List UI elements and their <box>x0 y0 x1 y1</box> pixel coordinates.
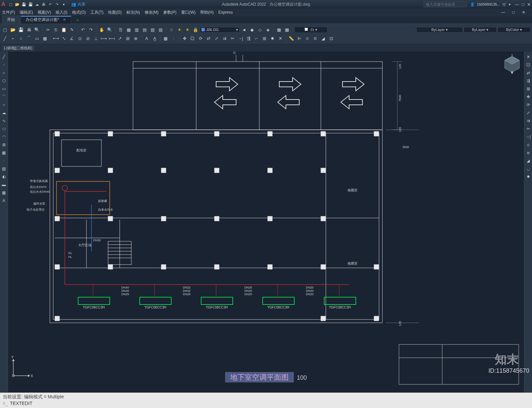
lt-insert-icon[interactable]: ⊞ <box>1 141 7 148</box>
rb-layer-match-icon[interactable]: ◇ <box>256 26 264 33</box>
qat-open-icon[interactable]: 📂 <box>15 2 20 7</box>
menu-dimension[interactable]: 标注(N) <box>126 10 140 15</box>
rb-qcalc-icon[interactable]: ▨ <box>157 26 164 33</box>
rt-rotate-icon[interactable]: ⟳ <box>525 102 532 108</box>
view-cube[interactable]: N <box>502 54 522 74</box>
close-button[interactable]: ✕ <box>527 2 531 7</box>
rb-point-icon[interactable]: · <box>170 35 177 42</box>
drawing-title-text[interactable]: 地下室空调平面图 <box>225 372 294 382</box>
rt-move-icon[interactable]: ✥ <box>525 94 532 100</box>
tab-add[interactable]: + <box>72 17 83 24</box>
menu-draw[interactable]: 绘图(D) <box>108 10 122 15</box>
rb-sheet-icon[interactable]: ▤ <box>141 26 148 33</box>
rb-pline-icon[interactable]: ⌐ <box>9 35 17 42</box>
menu-insert[interactable]: 插入(I) <box>56 10 67 15</box>
rt-offset-icon[interactable]: ⇶ <box>525 78 532 84</box>
user-area[interactable]: 👤 1505999135... 🛒 ▾ <box>470 2 511 7</box>
rb-copy-icon[interactable]: ⎘ <box>52 26 60 33</box>
rt-extend-icon[interactable]: →| <box>525 133 532 140</box>
rb-rotate-icon[interactable]: ⟳ <box>197 35 204 42</box>
drawing-viewport[interactable]: 配电室 储藏室 储藏室 大厅区域 管道式换热器 高位水DN70 低位水水DN40… <box>8 52 524 392</box>
rb-offset-icon[interactable]: ⇶ <box>245 35 252 42</box>
rb-mtext-icon[interactable]: A̲ <box>151 35 158 42</box>
minimize-button[interactable]: — <box>515 2 519 7</box>
qat-cloud-icon[interactable]: ☁ <box>35 2 40 7</box>
color-dropdown[interactable]: 白 ▾ <box>294 27 328 33</box>
qat-dropdown-icon[interactable]: ▾ <box>61 2 66 7</box>
qat-save-icon[interactable]: 💾 <box>21 2 27 7</box>
rb-scale-icon[interactable]: ⤢ <box>213 35 220 42</box>
rb-trim-icon[interactable]: ✂ <box>229 35 236 42</box>
rb-layer-prev-icon[interactable]: ◄ <box>240 26 248 33</box>
rb-rect-icon[interactable]: ▭ <box>33 35 41 42</box>
rb-layer-props-icon[interactable]: ☆ <box>168 26 175 33</box>
lineweight-dropdown[interactable]: ByLayer ▾ <box>416 27 463 33</box>
lt-ellipsearc-icon[interactable]: ◠ <box>1 133 7 140</box>
lt-block-icon[interactable]: ▦ <box>1 149 7 156</box>
search-input[interactable] <box>424 1 467 7</box>
rb-copy2-icon[interactable]: ⿻ <box>189 35 196 42</box>
rb-group-icon[interactable]: ⊡ <box>328 35 335 42</box>
menu-help[interactable]: 帮助(H) <box>200 10 214 15</box>
qat-undo-icon[interactable]: ↶ <box>48 2 53 7</box>
rt-chamfer-icon[interactable]: ◢ <box>525 157 532 164</box>
qat-plot-icon[interactable]: 🖶 <box>41 2 47 7</box>
lt-line-icon[interactable]: ╱ <box>1 54 7 60</box>
rb-match-icon[interactable]: ✎ <box>68 26 75 33</box>
rt-explode-icon[interactable]: ✸ <box>525 173 532 180</box>
rb-fillet-icon[interactable]: ⌐ <box>253 35 260 42</box>
rb-layer-on-icon[interactable]: ☀ <box>176 26 183 33</box>
rb-dim-diameter-icon[interactable]: ⊘ <box>84 35 91 42</box>
lt-ellipse-icon[interactable]: ⬭ <box>1 125 7 132</box>
qat-saveas-icon[interactable]: 💾 <box>28 2 33 7</box>
rb-layer-freeze-icon[interactable]: ☀ <box>184 26 191 33</box>
rb-circle-icon[interactable]: ○ <box>17 35 25 42</box>
rb-new-icon[interactable]: ▢ <box>1 26 9 33</box>
rb-tolerance-icon[interactable]: ⊞ <box>124 35 131 42</box>
rt-trim-icon[interactable]: ✂ <box>525 125 532 132</box>
menu-tools[interactable]: 工具(T) <box>90 10 103 15</box>
rb-redo-icon[interactable]: ↷ <box>87 26 94 33</box>
maximize-button[interactable]: □ <box>522 2 524 7</box>
rt-copy-icon[interactable]: ⿻ <box>525 62 532 68</box>
lt-table-icon[interactable]: ▦ <box>1 189 7 196</box>
rb-designcenter-icon[interactable]: ▦ <box>125 26 132 33</box>
lt-rect-icon[interactable]: ▭ <box>1 86 7 92</box>
lt-spline-icon[interactable]: ∿ <box>1 117 7 124</box>
rb-layer-lock-icon[interactable]: 🔒 <box>192 26 199 33</box>
rt-join-icon[interactable]: ⧈ <box>525 149 532 156</box>
rb-chamfer-icon[interactable]: ◢ <box>320 35 327 42</box>
qat-new-icon[interactable]: ▢ <box>8 2 13 7</box>
rb-undo-icon[interactable]: ↶ <box>79 26 86 33</box>
rb-dim-linear-icon[interactable]: ⟷ <box>52 35 60 42</box>
rb-line-icon[interactable]: ╱ <box>1 35 9 42</box>
rb-extend-icon[interactable]: →| <box>237 35 244 42</box>
menu-format[interactable]: 格式(O) <box>72 10 86 15</box>
command-line[interactable]: 当前设置: 编辑模式 = Multiple >_ <box>0 392 532 408</box>
doc-minimize-button[interactable]: — <box>501 10 505 15</box>
doc-close-button[interactable]: ✕ <box>522 10 525 15</box>
help-icon[interactable]: ▾ <box>509 2 511 7</box>
rb-break-icon[interactable]: ⦶ <box>304 35 311 42</box>
lt-pline-icon[interactable]: ⌐ <box>1 70 7 76</box>
rt-array-icon[interactable]: ⊞ <box>525 86 532 92</box>
rb-dim-radius-icon[interactable]: ⊙ <box>76 35 83 42</box>
tab-close-icon[interactable]: ✕ <box>63 17 66 22</box>
rb-dim-aligned-icon[interactable]: ⤡ <box>60 35 67 42</box>
rb-dim-continue-icon[interactable]: ⟼ <box>100 35 107 42</box>
doc-restore-button[interactable]: □ <box>512 10 515 15</box>
linetype-dropdown[interactable]: ByLayer ▾ <box>464 27 497 33</box>
rb-layer-state-icon[interactable]: ◈ <box>264 26 272 33</box>
drawing-canvas[interactable]: ╱ ⟋ ⌐ ⬡ ▭ ⌒ ○ ☁ ∿ ⬭ ◠ ⊞ ▦ · ▨ ◐ ▬ ▦ A ✕ … <box>0 52 532 392</box>
rb-cut-icon[interactable]: ✂ <box>44 26 52 33</box>
rb-leader-icon[interactable]: ↗ <box>116 35 123 42</box>
lt-arc-icon[interactable]: ⌒ <box>1 94 7 100</box>
rb-plot-icon[interactable]: 🖶 <box>25 26 33 33</box>
rb-hatch-icon[interactable]: ▦ <box>41 35 49 42</box>
rb-move-icon[interactable]: ✥ <box>181 35 188 42</box>
rb-props-icon[interactable]: ☰ <box>117 26 124 33</box>
search-box[interactable] <box>424 1 467 7</box>
lt-hatch-icon[interactable]: ▨ <box>1 165 7 172</box>
tab-start[interactable]: 开始 <box>2 16 20 24</box>
rb-preview-icon[interactable]: 🔍 <box>33 26 41 33</box>
